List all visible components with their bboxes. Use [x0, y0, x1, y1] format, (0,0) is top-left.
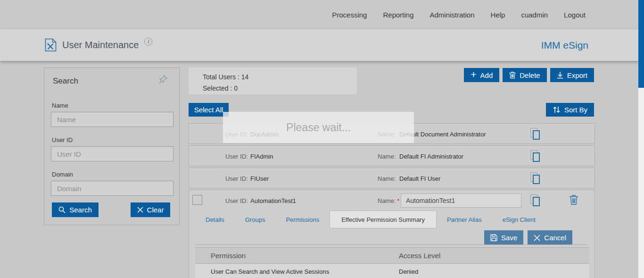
name-field-label: Name	[52, 102, 68, 109]
nav-help[interactable]: Help	[491, 11, 505, 19]
nav-administration[interactable]: Administration	[430, 11, 475, 19]
save-icon	[490, 234, 497, 241]
brand-logo: IMM eSign	[541, 29, 588, 61]
nav-logout[interactable]: Logout	[564, 11, 586, 19]
access-level-cell: Denied	[399, 268, 418, 275]
name-edit-input[interactable]	[401, 194, 521, 208]
tab-details[interactable]: Details	[195, 216, 235, 223]
userid-search-input[interactable]	[51, 146, 173, 161]
delete-button[interactable]: Delete	[503, 68, 546, 82]
page-header: User Maintenance i IMM eSign	[0, 29, 638, 61]
permission-table-header: Permission Access Level	[195, 247, 589, 264]
scrollbar-track[interactable]	[638, 0, 644, 278]
cancel-button[interactable]: Cancel	[528, 230, 572, 245]
domain-search-input[interactable]	[51, 181, 173, 196]
user-detail-tabs: Details Groups Permissions Effective Per…	[195, 211, 546, 228]
permission-cell: User Can Search and View Active Sessions	[211, 268, 329, 275]
pin-icon[interactable]	[158, 74, 169, 85]
tab-partner-alias[interactable]: Partner Alias	[437, 216, 492, 223]
divider	[195, 244, 588, 245]
name-search-input[interactable]	[51, 112, 173, 127]
user-maintenance-icon	[45, 38, 57, 52]
permission-table: Permission Access Level User Can Search …	[195, 247, 589, 278]
userid-label: User ID:	[225, 175, 248, 182]
save-button[interactable]: Save	[484, 230, 523, 245]
plus-icon: +	[471, 69, 476, 80]
copy-user-icon[interactable]	[530, 194, 541, 207]
copy-user-icon[interactable]	[530, 172, 541, 185]
scrollbar-thumb[interactable]	[638, 0, 644, 88]
user-list-panel: Total Users : 14 Selected : 0 + Add Dele…	[189, 67, 595, 278]
clear-button[interactable]: Clear	[131, 202, 170, 217]
userid-label: User ID:	[225, 197, 248, 204]
col-permission: Permission	[211, 252, 246, 260]
sort-by-button[interactable]: Sort By	[546, 103, 594, 117]
summary-box: Total Users : 14 Selected : 0	[189, 67, 357, 94]
cancel-x-icon	[534, 235, 540, 241]
name-label: Name:	[378, 153, 396, 160]
tab-permissions[interactable]: Permissions	[275, 216, 330, 223]
search-icon	[58, 206, 66, 213]
required-asterisk: *	[397, 197, 399, 204]
user-row-fiadmin[interactable]: User ID: FIAdmin Name: Default FI Admini…	[189, 145, 595, 166]
col-access-level: Access Level	[399, 252, 440, 260]
nav-reporting[interactable]: Reporting	[383, 11, 413, 19]
userid-value: AutomationTest1	[250, 197, 296, 204]
userid-field-label: User ID	[52, 136, 73, 143]
download-icon	[557, 71, 563, 79]
copy-user-icon[interactable]	[530, 150, 541, 162]
user-row-fiuser[interactable]: User ID: FIUser Name: Default FI User	[189, 168, 595, 188]
top-navigation: Processing Reporting Administration Help…	[0, 0, 638, 29]
name-label: Name:	[378, 175, 396, 182]
info-icon[interactable]: i	[144, 38, 152, 46]
permission-table-row: User Can Search and View Active Sessions…	[195, 264, 589, 278]
copy-user-icon[interactable]	[530, 128, 541, 140]
user-row-automationtest1-expanded: User ID: AutomationTest1 Name:* Details …	[189, 190, 595, 278]
domain-field-label: Domain	[52, 171, 73, 178]
userid-value: FIUser	[250, 175, 269, 182]
search-panel: Search Name User ID Domain Search Clear	[44, 67, 180, 225]
loading-overlay: Please wait...	[223, 112, 414, 143]
name-label: Name:*	[378, 197, 399, 204]
add-button[interactable]: + Add	[464, 68, 499, 82]
row-checkbox[interactable]	[192, 195, 202, 205]
userid-label: User ID:	[225, 153, 248, 160]
search-panel-title: Search	[53, 76, 78, 86]
delete-row-icon[interactable]	[569, 194, 578, 205]
sort-icon	[553, 106, 561, 114]
tab-groups[interactable]: Groups	[235, 216, 276, 223]
search-button[interactable]: Search	[52, 202, 99, 217]
page-title: User Maintenance	[62, 40, 139, 51]
export-button[interactable]: Export	[550, 68, 594, 82]
tab-effective-permission-summary[interactable]: Effective Permission Summary	[330, 211, 437, 228]
name-value: Default FI Administrator	[399, 153, 463, 160]
userid-value: FIAdmin	[250, 153, 273, 160]
name-value: Default FI User	[399, 175, 440, 182]
loading-text: Please wait...	[286, 121, 351, 134]
selected-count: Selected : 0	[203, 83, 357, 94]
trash-icon	[509, 71, 516, 79]
clear-x-icon	[137, 207, 143, 213]
tab-esign-client[interactable]: eSign Client	[492, 216, 546, 223]
nav-processing[interactable]: Processing	[332, 11, 367, 19]
total-users-count: Total Users : 14	[203, 71, 357, 83]
trash-icon	[569, 194, 578, 205]
nav-cuadmin[interactable]: cuadmin	[521, 11, 548, 19]
